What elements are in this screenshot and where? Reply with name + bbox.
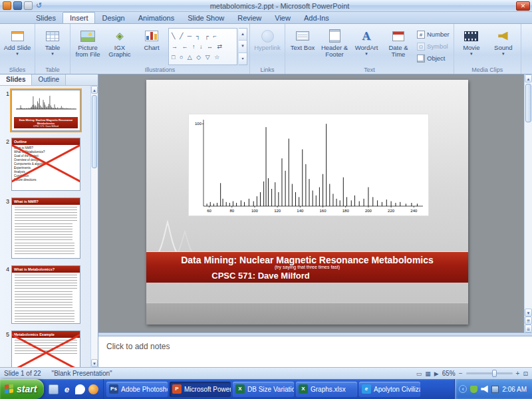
zoom-slider-thumb[interactable]	[492, 370, 497, 377]
taskbar-button-db-size[interactable]: X DB Size Variatio...	[233, 382, 294, 397]
tab-design[interactable]: Design	[95, 13, 131, 23]
slide-3-thumbnail[interactable]: What is NMR?	[11, 198, 80, 259]
ribbon-group-table: Table ▾ Table	[35, 24, 70, 74]
start-label: start	[17, 384, 37, 394]
scroll-down-icon[interactable]: ▼	[525, 309, 532, 317]
table-label: Table	[45, 45, 61, 51]
zoom-out-icon[interactable]: −	[459, 370, 463, 377]
taskbar-clock[interactable]: 2:06 AM	[502, 386, 527, 393]
gallery-scroll-down-icon[interactable]: ▼	[239, 41, 247, 53]
slide-number-text: 5	[1, 331, 9, 367]
hide-tray-icons-icon[interactable]: ‹	[459, 385, 467, 393]
start-button[interactable]: start	[0, 379, 44, 399]
taskbar-button-graphs[interactable]: X Graphs.xlsx	[296, 382, 357, 397]
close-button[interactable]: ✕	[516, 1, 530, 11]
igx-graphic-icon: ◈	[116, 29, 124, 43]
header-footer-button[interactable]: Header & Footer	[319, 26, 350, 58]
volume-tray-icon[interactable]	[481, 386, 488, 393]
slideshow-view-icon[interactable]: ▶	[434, 369, 439, 378]
shapes-row-basic[interactable]: □ ○ △ ◇ ▽ ☆	[172, 54, 234, 61]
show-desktop-icon[interactable]	[49, 384, 59, 394]
movie-button[interactable]: Movie ▾	[456, 26, 487, 56]
tab-add-ins[interactable]: Add-Ins	[297, 13, 336, 23]
slide-4-thumbnail[interactable]: What is Metabolomics?	[11, 265, 80, 324]
tab-view[interactable]: View	[268, 13, 297, 23]
ribbon-group-links: Hyperlink Links	[250, 24, 285, 74]
slide-canvas[interactable]: 6080100120140160180200220240100 Data Min…	[146, 80, 468, 325]
network-tray-icon[interactable]	[491, 386, 499, 393]
undo-icon[interactable]: ↺	[35, 1, 43, 10]
chart-button[interactable]: Chart	[136, 26, 167, 51]
tab-review[interactable]: Review	[231, 13, 268, 23]
table-button[interactable]: Table ▾	[37, 26, 68, 56]
internet-explorer-icon[interactable]: e	[62, 384, 72, 394]
scrollbar-thumb[interactable]	[92, 95, 97, 168]
slide-number-button[interactable]: # Number	[415, 29, 452, 40]
object-button[interactable]: Object	[415, 53, 452, 64]
zoom-slider[interactable]	[466, 372, 513, 374]
symbol-button[interactable]: Ω Symbol	[415, 41, 452, 52]
fit-to-window-icon[interactable]: ⊡	[523, 369, 528, 378]
shapes-row-lines[interactable]: ╲ ╱ ─ ┐ ┌ ⌐	[172, 33, 234, 39]
gallery-scroll-up-icon[interactable]: ▲	[239, 29, 247, 41]
notes-placeholder: Click to add notes	[106, 342, 170, 351]
scroll-up-icon[interactable]: ▲	[525, 74, 532, 82]
add-slide-button[interactable]: Add Slide ▾	[2, 26, 33, 56]
slide-2-thumbnail[interactable]: Outline What is NMR? What is Metabolomic…	[11, 138, 80, 191]
svg-text:100: 100	[251, 209, 259, 213]
previous-slide-icon[interactable]: ⇈	[525, 317, 532, 325]
scroll-up-icon[interactable]: ▲	[91, 86, 98, 94]
media-player-icon[interactable]	[88, 384, 98, 394]
powerpoint-app-icon[interactable]	[3, 1, 11, 10]
normal-view-icon[interactable]: ▭	[416, 369, 422, 378]
igx-graphic-button[interactable]: ◈ IGX Graphic	[104, 26, 135, 58]
slide-1-thumbnail[interactable]: Data Mining: Nuclear Magnetic Resonance …	[11, 90, 80, 131]
slide-number-label: Number	[427, 31, 450, 38]
next-slide-icon[interactable]: ⇊	[525, 325, 532, 332]
svg-text:140: 140	[297, 209, 304, 213]
security-tray-icon[interactable]	[470, 386, 477, 393]
scrollbar-bottom-buttons: ▼ ⇈ ⇊	[525, 309, 532, 332]
print-icon[interactable]	[24, 1, 33, 10]
date-time-label: Date & Time	[383, 45, 414, 58]
gallery-more-icon[interactable]: ▾	[239, 53, 247, 65]
wordart-button[interactable]: A WordArt ▾	[351, 26, 382, 56]
slide-footer-band	[146, 303, 468, 325]
text-box-button[interactable]: Text Box	[287, 26, 318, 51]
slide-editing-area: 6080100120140160180200220240100 Data Min…	[98, 74, 532, 332]
taskbar-button-photoshop[interactable]: Ps Adobe Photosho...	[106, 382, 168, 397]
zoom-level[interactable]: 65%	[442, 370, 456, 377]
zoom-in-icon[interactable]: +	[516, 370, 520, 377]
scrollbar-thumb[interactable]	[525, 84, 531, 122]
tab-slide-show[interactable]: Slide Show	[181, 13, 231, 23]
notes-pane[interactable]: Click to add notes	[98, 336, 532, 367]
vertical-scrollbar[interactable]: ▲ ▼ ⇈ ⇊	[524, 74, 532, 332]
sound-button[interactable]: Sound ▾	[488, 26, 519, 56]
tab-animations[interactable]: Animations	[132, 13, 181, 23]
tab-insert[interactable]: Insert	[63, 12, 96, 23]
status-bar: Slide 1 of 22 "Blank Presentation" ▭ ▦ ▶…	[0, 367, 532, 379]
title-banner[interactable]: Data Mining: Nuclear Magnetic Resonance …	[146, 251, 468, 283]
shapes-row-arrows[interactable]: → ← ↑ ↓ ↔ ⇄	[172, 43, 234, 50]
tab-slides[interactable]: Slides	[29, 13, 63, 23]
taskbar-button-apolyton[interactable]: e Apolyton Civiliza...	[359, 382, 420, 397]
pane-tab-outline[interactable]: Outline	[32, 74, 66, 85]
picture-from-file-button[interactable]: Picture from File	[72, 26, 103, 58]
slide-sorter-view-icon[interactable]: ▦	[425, 369, 431, 378]
save-icon[interactable]	[13, 1, 22, 10]
date-time-button[interactable]: Date & Time	[383, 26, 414, 58]
task-label: Microsoft Power...	[184, 386, 231, 393]
spectrum-chart-object[interactable]: 6080100120140160180200220240100	[189, 114, 428, 215]
hyperlink-button[interactable]: Hyperlink	[252, 26, 283, 51]
scroll-down-icon[interactable]: ▼	[91, 359, 98, 367]
dropdown-icon: ▾	[365, 51, 368, 56]
shapes-gallery[interactable]: ╲ ╱ ─ ┐ ┌ ⌐ → ← ↑ ↓ ↔ ⇄ □ ○ △ ◇ ▽ ☆	[168, 28, 237, 65]
pane-tab-slides[interactable]: Slides	[0, 74, 32, 85]
wordart-icon: A	[362, 30, 370, 43]
slide-5-thumbnail[interactable]: Metabolomics Example	[11, 331, 80, 367]
thumbnail-scrollbar[interactable]: ▲ ▼	[90, 86, 98, 367]
picture-icon	[80, 31, 95, 42]
group-label-media-clips: Media Clips	[454, 66, 521, 73]
messenger-icon[interactable]	[75, 384, 85, 394]
taskbar-button-powerpoint[interactable]: P Microsoft Power...	[170, 382, 231, 397]
